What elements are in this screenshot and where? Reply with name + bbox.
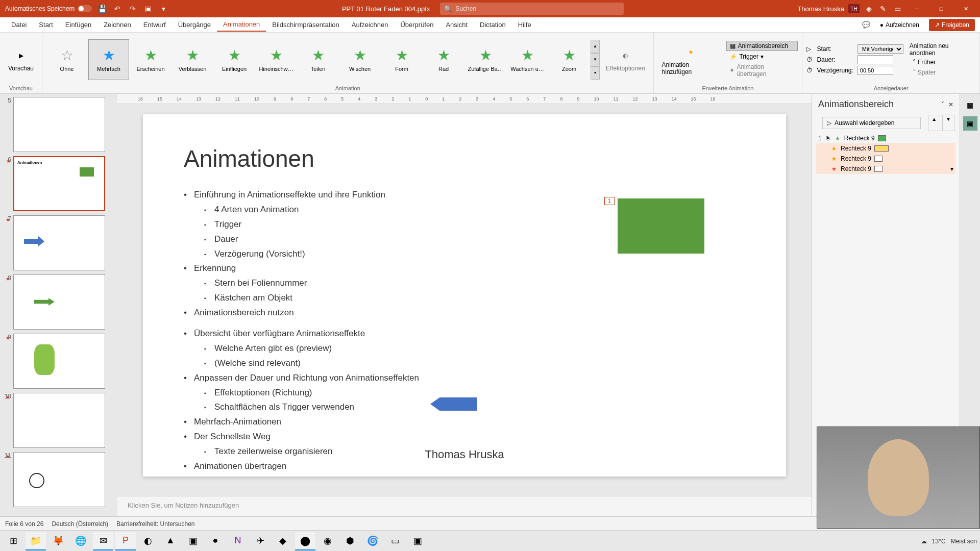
tab-ueberpruefen[interactable]: Überprüfen: [394, 18, 439, 31]
thumb-11[interactable]: ★: [13, 452, 105, 507]
trigger-button[interactable]: ⚡Trigger▾: [726, 52, 798, 61]
tab-einfuegen[interactable]: Einfügen: [59, 18, 97, 31]
animation-tag[interactable]: 1: [604, 197, 615, 205]
side-panel-icon[interactable]: ▦: [963, 98, 977, 112]
thumb-9[interactable]: ★: [13, 334, 105, 389]
down-icon[interactable]: ▼: [591, 53, 600, 66]
slide[interactable]: Animationen Einführung in Animationseffe…: [143, 114, 786, 477]
pen-icon[interactable]: ✎: [878, 4, 888, 14]
more-icon[interactable]: ▾: [591, 66, 600, 80]
vlc-icon[interactable]: ▲: [160, 532, 181, 550]
animation-hinzufuegen-button[interactable]: ★ Animation hinzufügen: [658, 42, 725, 78]
qat-more-icon[interactable]: ▾: [158, 4, 168, 14]
chevron-down-icon[interactable]: ▾: [950, 165, 953, 172]
blue-arrow-shape[interactable]: [430, 397, 477, 411]
powerpoint-icon[interactable]: P: [115, 532, 136, 550]
start-button[interactable]: ⊞: [3, 532, 23, 550]
app-icon[interactable]: ◆: [273, 532, 293, 550]
anim-verblassen[interactable]: ★Verblassen: [172, 39, 213, 80]
frueher-button[interactable]: ˄Früher: [910, 58, 975, 67]
anim-list-item[interactable]: 1 🖱 ★ Rechteck 9: [816, 133, 955, 143]
comments-icon[interactable]: 💬: [862, 21, 870, 29]
tab-uebergaenge[interactable]: Übergänge: [172, 18, 217, 31]
outlook-icon[interactable]: ✉: [93, 532, 113, 550]
filename[interactable]: PPT 01 Roter Faden 004.pptx: [342, 5, 430, 13]
language[interactable]: Deutsch (Österreich): [52, 520, 108, 528]
slide-title[interactable]: Animationen: [184, 145, 745, 172]
obs-icon[interactable]: ⬤: [295, 532, 315, 550]
gallery-scroll[interactable]: ▲▼▾: [591, 40, 600, 80]
anim-ohne[interactable]: ☆Ohne: [46, 39, 87, 80]
firefox-icon[interactable]: 🦊: [48, 532, 68, 550]
anim-wachsen[interactable]: ★Wachsen u…: [507, 39, 548, 80]
weather-icon[interactable]: ☁: [921, 538, 927, 545]
aufzeichnen-button[interactable]: ● Aufzeichnen: [875, 19, 924, 31]
search-input[interactable]: [455, 5, 620, 12]
anim-hineinschw[interactable]: ★Hineinschw…: [256, 39, 297, 80]
autosave-toggle[interactable]: Automatisches Speichern: [5, 5, 92, 12]
tab-entwurf[interactable]: Entwurf: [137, 18, 172, 31]
chrome-icon[interactable]: 🌐: [70, 532, 91, 550]
chevron-down-icon[interactable]: ˅: [941, 101, 944, 108]
redo-icon[interactable]: ↷: [128, 4, 138, 14]
user-badge[interactable]: TH: [848, 4, 860, 13]
animationsbereich-button[interactable]: ▦Animationsbereich: [726, 41, 798, 51]
app-icon[interactable]: ⬢: [340, 532, 360, 550]
tab-datei[interactable]: Datei: [5, 18, 33, 31]
thumb-7[interactable]: ★: [13, 215, 105, 270]
tab-dictation[interactable]: Dictation: [474, 18, 512, 31]
app-icon[interactable]: ▣: [407, 532, 428, 550]
minimize-button[interactable]: ─: [906, 0, 927, 17]
app-icon[interactable]: ●: [205, 532, 226, 550]
move-down-button[interactable]: ▼: [942, 115, 954, 131]
close-button[interactable]: ✕: [955, 0, 976, 17]
thumb-6[interactable]: ★Animationen: [13, 156, 105, 211]
tab-start[interactable]: Start: [33, 18, 59, 31]
anim-mehrfach[interactable]: ★Mehrfach: [88, 39, 129, 80]
edge-icon[interactable]: 🌀: [362, 532, 383, 550]
tab-ansicht[interactable]: Ansicht: [439, 18, 474, 31]
notes-area[interactable]: Klicken Sie, um Notizen hinzuzufügen: [117, 496, 812, 516]
tab-animationen[interactable]: Animationen: [217, 18, 266, 32]
anim-teilen[interactable]: ★Teilen: [298, 39, 338, 80]
anim-list-item[interactable]: ★ Rechteck 9: [816, 154, 955, 164]
telegram-icon[interactable]: ✈: [250, 532, 271, 550]
anim-form[interactable]: ★Form: [381, 39, 422, 80]
anim-zoom[interactable]: ★Zoom: [549, 39, 590, 80]
window-icon[interactable]: ▭: [892, 4, 902, 14]
app-icon[interactable]: ◉: [317, 532, 338, 550]
tab-zeichnen[interactable]: Zeichnen: [97, 18, 137, 31]
dauer-input[interactable]: [857, 55, 893, 64]
start-select[interactable]: Mit Vorheriger: [857, 44, 903, 54]
undo-icon[interactable]: ↶: [112, 4, 122, 14]
anim-einfliegen[interactable]: ★Einfliegen: [214, 39, 255, 80]
onenote-icon[interactable]: N: [228, 532, 248, 550]
anim-list-item[interactable]: ★ Rechteck 9: [816, 143, 955, 154]
thumb-8[interactable]: ★: [13, 274, 105, 330]
anim-rad[interactable]: ★Rad: [423, 39, 464, 80]
save-icon[interactable]: 💾: [97, 4, 107, 14]
anim-list-item[interactable]: ★ Rechteck 9 ▾: [816, 164, 955, 174]
tab-bildschirm[interactable]: Bildschirmpräsentation: [266, 18, 346, 31]
thumb-5[interactable]: [13, 97, 105, 152]
username[interactable]: Thomas Hruska: [797, 5, 844, 13]
side-panel-icon[interactable]: ▣: [963, 116, 977, 131]
search-box[interactable]: 🔍: [440, 3, 624, 15]
app-icon[interactable]: ◐: [138, 532, 158, 550]
tab-hilfe[interactable]: Hilfe: [512, 18, 537, 31]
tab-aufzeichnen[interactable]: Aufzeichnen: [346, 18, 395, 31]
thumb-10[interactable]: ★: [13, 393, 105, 448]
play-selection-button[interactable]: ▷ Auswahl wiedergeben: [822, 117, 921, 129]
accessibility[interactable]: Barrierefreiheit: Untersuchen: [116, 520, 194, 528]
anim-zufaellig[interactable]: ★Zufällige Ba…: [465, 39, 506, 80]
green-rectangle-shape[interactable]: [618, 198, 704, 254]
move-up-button[interactable]: ▲: [928, 115, 940, 131]
explorer-icon[interactable]: 📁: [26, 532, 46, 550]
anim-erscheinen[interactable]: ★Erscheinen: [130, 39, 171, 80]
close-icon[interactable]: ✕: [948, 101, 953, 108]
up-icon[interactable]: ▲: [591, 40, 600, 53]
app-icon[interactable]: ▭: [385, 532, 405, 550]
maximize-button[interactable]: □: [931, 0, 951, 17]
thumbnails-panel[interactable]: 5 6★Animationen 7★ 8★ 9★ 10★ 11★: [0, 94, 117, 516]
app-icon[interactable]: ▣: [183, 532, 203, 550]
